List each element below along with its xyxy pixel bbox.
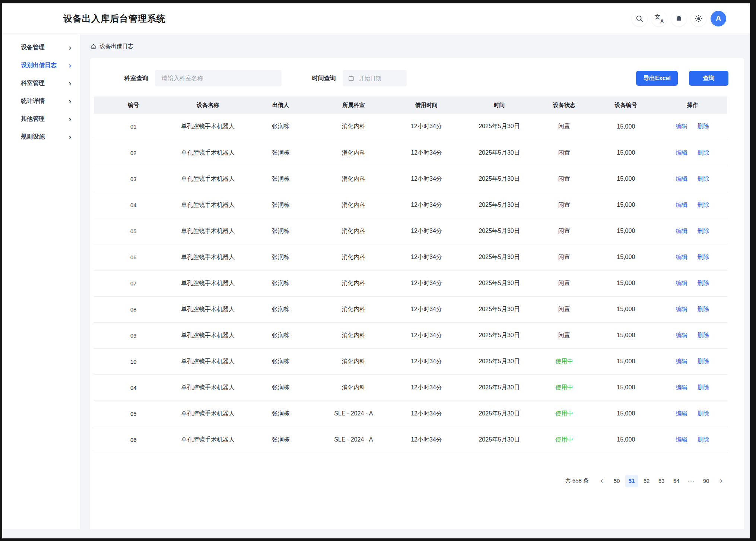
edit-link[interactable]: 编辑 bbox=[676, 280, 687, 286]
table-row: 04单孔腔镜手术机器人张润栋消化内科12小时34分2025年5月30日闲置15,… bbox=[94, 192, 727, 218]
chevron-right-icon: › bbox=[69, 97, 71, 105]
cell-operations: 编辑删除 bbox=[658, 140, 727, 166]
translate-button[interactable]: 文A bbox=[651, 11, 667, 26]
cell-device-name: 单孔腔镜手术机器人 bbox=[173, 427, 243, 453]
cell-no: 04 bbox=[94, 374, 173, 401]
delete-link[interactable]: 删除 bbox=[697, 123, 709, 129]
cell-device-name: 单孔腔镜手术机器人 bbox=[173, 114, 243, 140]
cell-no: 05 bbox=[94, 401, 173, 427]
table-row: 02单孔腔镜手术机器人张润栋消化内科12小时34分2025年5月30日闲置15,… bbox=[94, 140, 727, 166]
edit-link[interactable]: 编辑 bbox=[676, 254, 687, 260]
delete-link[interactable]: 删除 bbox=[697, 306, 709, 312]
cell-device-code: 15,000 bbox=[594, 192, 658, 218]
edit-link[interactable]: 编辑 bbox=[676, 228, 687, 234]
edit-link[interactable]: 编辑 bbox=[676, 202, 687, 208]
cell-status: 使用中 bbox=[534, 427, 594, 453]
delete-link[interactable]: 删除 bbox=[697, 149, 709, 156]
delete-link[interactable]: 删除 bbox=[697, 358, 709, 364]
delete-link[interactable]: 删除 bbox=[697, 254, 709, 260]
edit-link[interactable]: 编辑 bbox=[676, 332, 687, 338]
sidebar-item[interactable]: 设备管理› bbox=[2, 38, 80, 56]
log-table-wrap: 编号设备名称出借人所属科室借用时间时间设备状态设备编号操作 01单孔腔镜手术机器… bbox=[94, 97, 727, 453]
cell-device-name: 单孔腔镜手术机器人 bbox=[173, 166, 243, 192]
cell-lender: 张润栋 bbox=[243, 427, 319, 453]
start-date-picker[interactable]: 开始日期 bbox=[343, 70, 407, 86]
sidebar-item-label: 设别出借日志 bbox=[21, 61, 57, 69]
cell-date: 2025年5月30日 bbox=[464, 218, 534, 244]
notification-button[interactable] bbox=[671, 11, 687, 26]
delete-link[interactable]: 删除 bbox=[697, 384, 709, 390]
page-button[interactable]: 54 bbox=[670, 475, 683, 487]
dept-search-input[interactable] bbox=[155, 70, 282, 86]
sidebar-item[interactable]: 科室管理› bbox=[2, 74, 80, 92]
theme-icon bbox=[695, 15, 703, 23]
edit-link[interactable]: 编辑 bbox=[676, 306, 687, 312]
delete-link[interactable]: 删除 bbox=[697, 228, 709, 234]
sidebar-item[interactable]: 设别出借日志› bbox=[2, 56, 80, 74]
table-row: 06单孔腔镜手术机器人张润栋SLE - 2024 - A12小时34分2025年… bbox=[94, 427, 727, 453]
column-header: 设备名称 bbox=[173, 97, 243, 114]
table-row: 01单孔腔镜手术机器人张润栋消化内科12小时34分2025年5月30日闲置15,… bbox=[94, 114, 727, 140]
sidebar-item-label: 设备管理 bbox=[21, 44, 45, 51]
cell-lender: 张润栋 bbox=[243, 270, 319, 296]
page-ellipsis: ··· bbox=[685, 475, 698, 487]
cell-lender: 张润栋 bbox=[243, 296, 319, 322]
cell-device-name: 单孔腔镜手术机器人 bbox=[173, 322, 243, 348]
delete-link[interactable]: 删除 bbox=[697, 436, 709, 443]
log-table: 编号设备名称出借人所属科室借用时间时间设备状态设备编号操作 01单孔腔镜手术机器… bbox=[94, 97, 727, 453]
edit-link[interactable]: 编辑 bbox=[676, 384, 687, 390]
cell-lender: 张润栋 bbox=[243, 192, 319, 218]
cell-lender: 张润栋 bbox=[243, 244, 319, 270]
cell-status: 闲置 bbox=[534, 192, 594, 218]
cell-status: 使用中 bbox=[534, 401, 594, 427]
delete-link[interactable]: 删除 bbox=[697, 202, 709, 208]
prev-page-button[interactable]: ‹ bbox=[595, 475, 608, 487]
table-row: 04单孔腔镜手术机器人张润栋消化内科12小时34分2025年5月30日使用中15… bbox=[94, 374, 727, 401]
sidebar-item[interactable]: 其他管理› bbox=[2, 110, 80, 128]
edit-link[interactable]: 编辑 bbox=[676, 410, 687, 417]
cell-lender: 张润栋 bbox=[243, 348, 319, 374]
page-button[interactable]: 52 bbox=[640, 475, 653, 487]
edit-link[interactable]: 编辑 bbox=[676, 358, 687, 364]
search-button[interactable] bbox=[632, 11, 647, 26]
column-header: 借用时间 bbox=[388, 97, 464, 114]
delete-link[interactable]: 删除 bbox=[697, 410, 709, 417]
cell-no: 02 bbox=[94, 140, 173, 166]
cell-status: 闲置 bbox=[534, 244, 594, 270]
page-button[interactable]: 51 bbox=[625, 475, 638, 487]
user-avatar[interactable]: A bbox=[711, 11, 726, 26]
delete-link[interactable]: 删除 bbox=[697, 175, 709, 182]
export-excel-button[interactable]: 导出Excel bbox=[636, 71, 678, 86]
chevron-right-icon: › bbox=[69, 79, 71, 88]
cell-device-code: 15,000 bbox=[594, 270, 658, 296]
cell-status: 使用中 bbox=[534, 374, 594, 401]
cell-lender: 张润栋 bbox=[243, 114, 319, 140]
cell-operations: 编辑删除 bbox=[658, 296, 727, 322]
cell-department: 消化内科 bbox=[319, 374, 388, 401]
cell-status: 闲置 bbox=[534, 140, 594, 166]
edit-link[interactable]: 编辑 bbox=[676, 123, 687, 129]
cell-lender: 张润栋 bbox=[243, 322, 319, 348]
theme-button[interactable] bbox=[691, 11, 706, 26]
table-row: 03单孔腔镜手术机器人张润栋消化内科12小时34分2025年5月30日闲置15,… bbox=[94, 166, 727, 192]
sidebar-item[interactable]: 规则设施› bbox=[2, 128, 80, 146]
delete-link[interactable]: 删除 bbox=[697, 332, 709, 338]
edit-link[interactable]: 编辑 bbox=[676, 436, 687, 443]
page-button[interactable]: 53 bbox=[655, 475, 668, 487]
page-button[interactable]: 90 bbox=[700, 475, 712, 487]
cell-department: 消化内科 bbox=[319, 166, 388, 192]
cell-date: 2025年5月30日 bbox=[464, 427, 534, 453]
start-date-placeholder: 开始日期 bbox=[359, 75, 381, 82]
screen-frame: 设备出入库后台管理系统 文A bbox=[0, 0, 756, 541]
edit-link[interactable]: 编辑 bbox=[676, 149, 687, 156]
page-button[interactable]: 50 bbox=[610, 475, 623, 487]
sidebar-item[interactable]: 统计详情› bbox=[2, 92, 80, 110]
query-button[interactable]: 查询 bbox=[689, 71, 728, 86]
filter-bar: 科室查询 时间查询 开始日期 bbox=[124, 70, 728, 86]
next-page-button[interactable]: › bbox=[715, 475, 727, 487]
delete-link[interactable]: 删除 bbox=[697, 280, 709, 286]
cell-operations: 编辑删除 bbox=[658, 322, 727, 348]
sidebar-item-label: 其他管理 bbox=[21, 115, 45, 123]
edit-link[interactable]: 编辑 bbox=[676, 175, 687, 182]
cell-device-code: 15,000 bbox=[594, 427, 658, 453]
